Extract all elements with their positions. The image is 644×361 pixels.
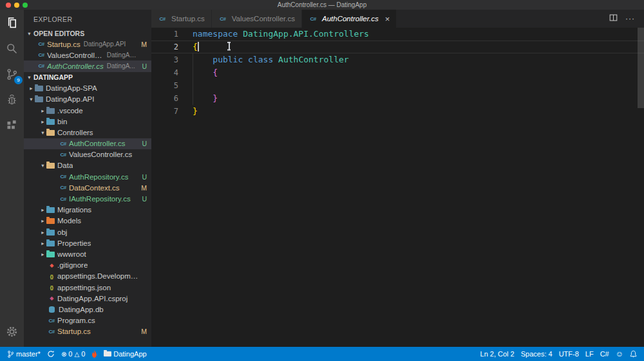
search-icon[interactable]	[0, 35, 24, 61]
code-line[interactable]: 2{	[151, 41, 644, 53]
minimize-window-button[interactable]	[14, 3, 19, 8]
chevron-down-icon[interactable]: ▾	[39, 129, 46, 136]
tree-folder-name: .vscode	[57, 107, 83, 115]
csharp-file-icon: C#	[59, 141, 68, 147]
folder-icon	[46, 130, 55, 136]
code-line[interactable]: 4 {	[151, 66, 644, 79]
cursor-position-indicator[interactable]: Ln 2, Col 2	[477, 350, 518, 358]
tab-close-icon[interactable]: ×	[385, 15, 390, 23]
tree-item[interactable]: ◆DatingApp.API.csproj	[24, 293, 151, 304]
chevron-right-icon[interactable]: ▸	[39, 240, 46, 246]
tree-item[interactable]: C#Startup.csM	[24, 326, 151, 337]
folder-icon	[35, 86, 43, 91]
explorer-icon[interactable]	[0, 10, 24, 35]
tree-item[interactable]: ▸Migrations	[24, 205, 151, 216]
tree-folder-name: DatingApp-SPA	[46, 84, 97, 92]
extensions-icon[interactable]	[0, 113, 24, 138]
open-editor-item[interactable]: C#AuthController.csDatingA...U	[24, 60, 151, 71]
scm-pending-badge: 9	[14, 76, 23, 84]
code-editor[interactable]: 1namespace DatingApp.API.Controllers2{3 …	[151, 28, 644, 347]
tree-item[interactable]: ▸Models	[24, 216, 151, 227]
error-icon: ⊗	[61, 351, 66, 358]
indentation-indicator[interactable]: Spaces: 4	[518, 350, 556, 358]
tree-item[interactable]: C#Program.cs	[24, 315, 151, 326]
csharp-file-icon: C#	[37, 41, 46, 47]
open-editor-item[interactable]: C#ValuesController.csDatingApp...	[24, 50, 151, 60]
chevron-right-icon[interactable]: ▸	[39, 118, 46, 125]
code-line[interactable]: 3 public class AuthController	[151, 53, 644, 66]
code-line[interactable]: 1namespace DatingApp.API.Controllers	[151, 28, 644, 41]
more-actions-icon[interactable]: ···	[625, 14, 635, 23]
tree-item[interactable]: ▾Data	[24, 160, 151, 171]
editor-tab[interactable]: C#ValuesController.cs	[212, 10, 302, 28]
chevron-right-icon[interactable]: ▸	[39, 251, 46, 257]
editor-scrollbar[interactable]	[638, 28, 644, 108]
code-line[interactable]: 7}	[151, 105, 644, 118]
open-editor-path: DatingA...	[107, 62, 135, 69]
cursor-position: Ln 2, Col 2	[480, 350, 515, 358]
tree-item[interactable]: C#AuthRepository.csU	[24, 171, 151, 182]
notifications-bell-icon[interactable]	[627, 350, 640, 358]
git-status-badge: U	[142, 62, 147, 70]
tree-item[interactable]: ▾Controllers	[24, 127, 151, 138]
tree-item[interactable]: ▸.vscode	[24, 105, 151, 116]
chevron-down-icon[interactable]: ▾	[39, 162, 46, 169]
tree-item[interactable]: C#DataContext.csM	[24, 182, 151, 193]
tree-item[interactable]: {}appsettings.json	[24, 282, 151, 293]
tree-item[interactable]: C#ValuesController.cs	[24, 149, 151, 160]
line-number: 7	[151, 105, 193, 118]
tree-file-name: Startup.cs	[57, 328, 91, 335]
editor-tab[interactable]: C#AuthController.cs×	[302, 10, 397, 28]
open-editor-item[interactable]: C#Startup.csDatingApp.APIM	[24, 39, 151, 50]
chevron-right-icon[interactable]: ▸	[39, 229, 46, 236]
status-bar-right: Ln 2, Col 2 Spaces: 4 UTF-8 LF C# ☺	[477, 350, 640, 358]
problems-indicator[interactable]: ⊗ 0 △ 0	[58, 347, 88, 361]
file-tree: ▸DatingApp-SPA▾DatingApp.API▸.vscode▸bin…	[24, 83, 151, 347]
chevron-right-icon[interactable]: ▸	[28, 85, 35, 91]
tree-item[interactable]: {}appsettings.Development.js...	[24, 271, 151, 282]
tree-item[interactable]: ▾DatingApp.API	[24, 94, 151, 105]
encoding-indicator[interactable]: UTF-8	[556, 350, 582, 358]
chevron-right-icon[interactable]: ▸	[39, 107, 46, 114]
project-indicator[interactable]: DatingApp	[100, 347, 149, 361]
csharp-file-icon: C#	[47, 318, 56, 324]
title-bar: AuthController.cs — DatingApp	[0, 0, 644, 10]
csharp-file-icon: C#	[158, 16, 167, 22]
window-title: AuthController.cs — DatingApp	[0, 1, 644, 8]
git-status-badge: M	[141, 41, 147, 48]
flame-indicator[interactable]	[88, 347, 100, 361]
chevron-right-icon[interactable]: ▸	[39, 207, 46, 213]
source-control-icon[interactable]: 9	[0, 61, 24, 87]
code-line[interactable]: 5	[151, 79, 644, 92]
tree-item[interactable]: ▸Properties	[24, 237, 151, 248]
project-section-header[interactable]: ▾ DATINGAPP	[24, 72, 151, 83]
chevron-down-icon[interactable]: ▾	[28, 96, 35, 102]
tree-item[interactable]: ▸DatingApp-SPA	[24, 83, 151, 94]
sync-button[interactable]	[44, 347, 58, 361]
open-editors-header[interactable]: ▾ OPEN EDITORS	[24, 28, 151, 39]
settings-gear-icon[interactable]	[0, 319, 24, 344]
tree-item[interactable]: ▸bin	[24, 116, 151, 127]
debug-icon[interactable]	[0, 87, 24, 113]
git-branch-indicator[interactable]: master*	[4, 347, 44, 361]
eol-indicator[interactable]: LF	[582, 350, 597, 358]
editor-tab[interactable]: C#Startup.cs	[151, 10, 212, 28]
csproj-file-icon: ◆	[47, 295, 56, 301]
tree-item[interactable]: C#AuthController.csU	[24, 138, 151, 149]
close-window-button[interactable]	[6, 3, 11, 8]
folder-icon	[46, 207, 55, 213]
chevron-right-icon[interactable]: ▸	[39, 218, 46, 224]
zoom-window-button[interactable]	[23, 3, 28, 8]
tree-item[interactable]: C#IAuthRepository.csU	[24, 193, 151, 204]
tree-file-name: IAuthRepository.cs	[69, 195, 131, 203]
tree-item[interactable]: DatingApp.db	[24, 304, 151, 315]
split-editor-icon[interactable]	[609, 13, 618, 24]
tree-item[interactable]: ▸wwwroot	[24, 248, 151, 259]
feedback-smiley-icon[interactable]: ☺	[612, 350, 627, 358]
tree-item[interactable]: ◆.gitignore	[24, 260, 151, 271]
indent-guide	[193, 53, 193, 105]
code-line[interactable]: 6 }	[151, 92, 644, 105]
language-indicator[interactable]: C#	[597, 350, 612, 358]
tree-item[interactable]: ▸obj	[24, 227, 151, 237]
warning-count: 0	[81, 350, 85, 358]
